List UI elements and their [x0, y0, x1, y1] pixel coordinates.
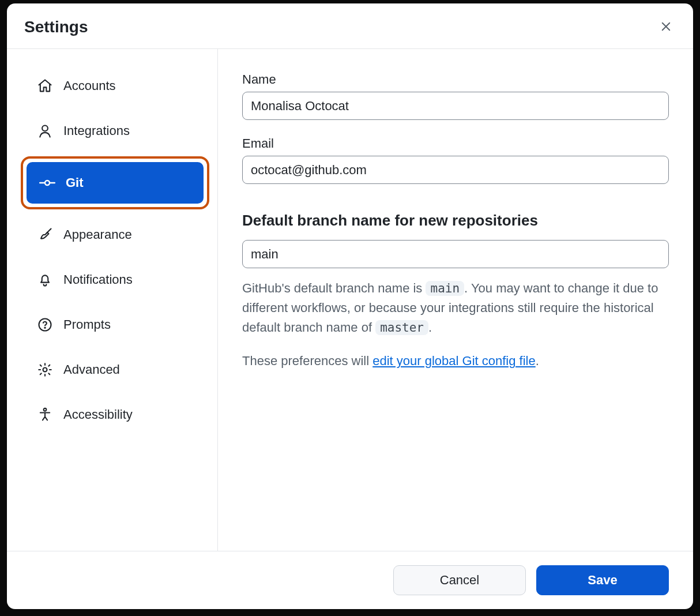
git-commit-icon: [39, 175, 55, 191]
sidebar-item-label: Advanced: [63, 362, 120, 377]
sidebar-item-label: Git: [66, 175, 84, 190]
note-suffix: .: [536, 354, 539, 368]
name-input[interactable]: [242, 92, 669, 120]
git-config-link[interactable]: edit your global Git config file: [372, 354, 536, 368]
sidebar-item-accounts[interactable]: Accounts: [24, 65, 206, 107]
helper-text-part: .: [428, 320, 432, 335]
svg-point-1: [45, 181, 50, 185]
svg-point-0: [42, 125, 48, 131]
home-icon: [37, 78, 53, 94]
modal-footer: Cancel Save: [7, 551, 693, 609]
paintbrush-icon: [37, 227, 53, 243]
code-chip-main: main: [426, 281, 464, 296]
cancel-button[interactable]: Cancel: [393, 565, 526, 595]
settings-modal: Settings Accounts Integrations: [7, 3, 693, 609]
sidebar-item-label: Accounts: [63, 78, 116, 93]
close-button[interactable]: [656, 17, 676, 37]
close-icon: [660, 21, 672, 34]
question-icon: [37, 317, 53, 333]
person-icon: [37, 123, 53, 139]
sidebar-item-label: Appearance: [63, 227, 132, 242]
bell-icon: [37, 272, 53, 288]
sidebar-item-git[interactable]: Git: [27, 162, 204, 204]
default-branch-input[interactable]: [242, 240, 669, 268]
gear-icon: [37, 362, 53, 378]
email-input[interactable]: [242, 156, 669, 184]
svg-point-6: [43, 368, 47, 372]
svg-point-7: [44, 408, 47, 411]
sidebar-item-accessibility[interactable]: Accessibility: [24, 394, 206, 435]
accessibility-icon: [37, 407, 53, 423]
default-branch-heading: Default branch name for new repositories: [242, 212, 669, 230]
sidebar-highlight: Git: [21, 156, 209, 209]
sidebar-item-label: Prompts: [63, 317, 111, 332]
default-branch-helper: GitHub's default branch name is main. Yo…: [242, 279, 669, 337]
name-label: Name: [242, 72, 669, 87]
svg-point-5: [44, 328, 45, 328]
settings-content: Name Email Default branch name for new r…: [218, 49, 693, 551]
sidebar-item-label: Notifications: [63, 272, 133, 287]
code-chip-master: master: [375, 320, 428, 335]
note-prefix: These preferences will: [242, 354, 372, 368]
sidebar-item-notifications[interactable]: Notifications: [24, 259, 206, 301]
git-config-note: These preferences will edit your global …: [242, 354, 669, 369]
settings-sidebar: Accounts Integrations Git: [7, 49, 218, 551]
modal-header: Settings: [7, 3, 693, 49]
sidebar-item-label: Integrations: [63, 123, 130, 138]
sidebar-item-appearance[interactable]: Appearance: [24, 214, 206, 256]
email-label: Email: [242, 136, 669, 151]
modal-body: Accounts Integrations Git: [7, 49, 693, 551]
save-button[interactable]: Save: [536, 565, 669, 595]
sidebar-item-integrations[interactable]: Integrations: [24, 110, 206, 152]
sidebar-item-prompts[interactable]: Prompts: [24, 304, 206, 345]
modal-title: Settings: [24, 18, 88, 36]
helper-text-part: GitHub's default branch name is: [242, 281, 426, 295]
sidebar-item-advanced[interactable]: Advanced: [24, 349, 206, 390]
sidebar-item-label: Accessibility: [63, 407, 133, 422]
